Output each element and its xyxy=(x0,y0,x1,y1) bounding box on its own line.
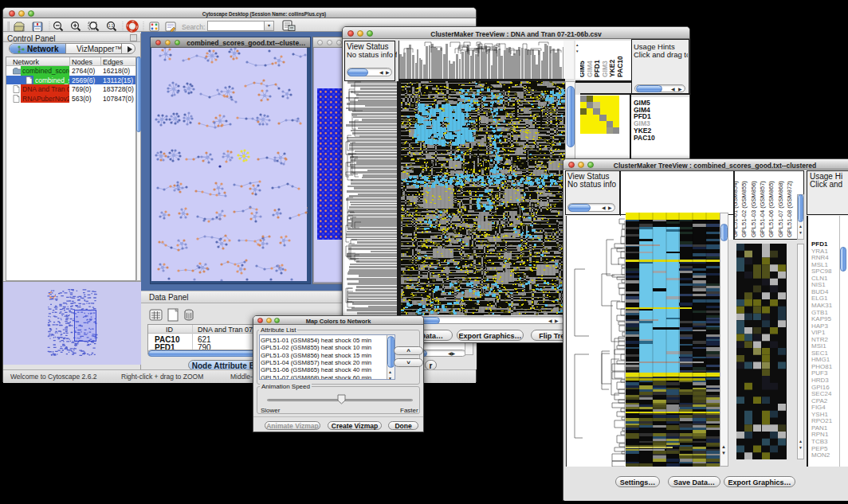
svg-text:1:1: 1:1 xyxy=(108,24,114,28)
